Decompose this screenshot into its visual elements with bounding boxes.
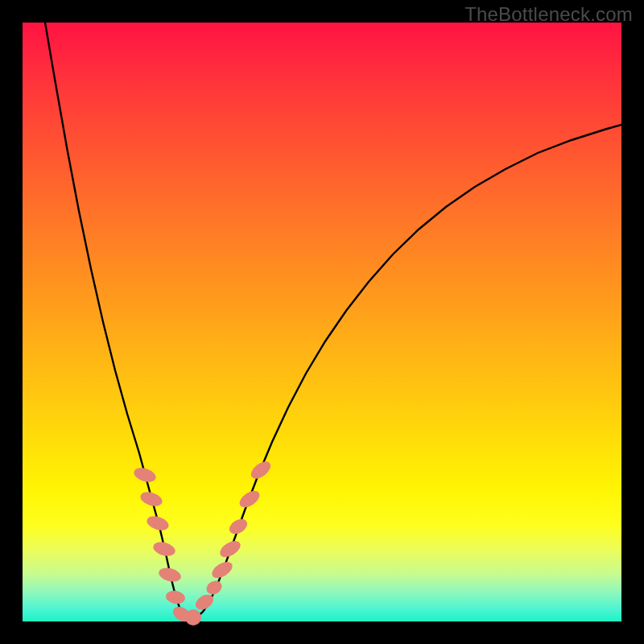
curve-marker	[193, 592, 217, 613]
chart-frame: TheBottleneck.com	[0, 0, 644, 644]
marker-group	[132, 458, 274, 625]
curve-marker	[237, 487, 262, 510]
curve-marker	[217, 538, 243, 560]
curve-marker	[138, 489, 164, 509]
curve-marker	[132, 465, 158, 485]
curve-marker	[151, 539, 176, 558]
curve-marker	[248, 458, 274, 482]
curve-marker	[145, 514, 171, 533]
curve-marker	[227, 516, 250, 537]
curve-marker	[185, 609, 201, 625]
curve-marker	[204, 578, 224, 597]
plot-area	[23, 23, 621, 621]
curve-markers	[23, 23, 621, 621]
curve-marker	[165, 589, 186, 605]
curve-marker	[157, 566, 182, 584]
watermark-label: TheBottleneck.com	[464, 3, 633, 26]
curve-marker	[209, 559, 235, 581]
